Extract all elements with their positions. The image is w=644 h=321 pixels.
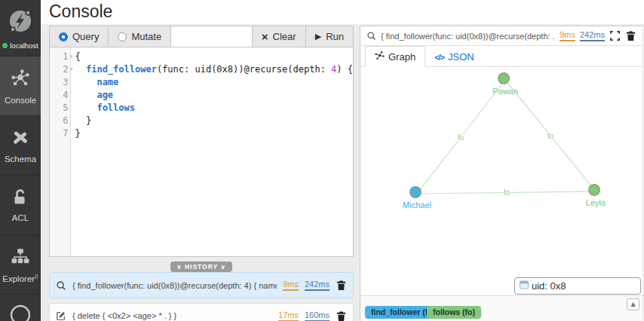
query-panel: Query Mutate × Clear ▶ Run 1▾ 2▾ 3 4 5: [49, 26, 354, 257]
connected-dot-icon: [2, 43, 8, 48]
lock-open-icon: [11, 188, 29, 209]
code-line: follows: [75, 102, 353, 115]
circle-icon: [9, 301, 32, 321]
server-latency: 9ms: [560, 30, 575, 41]
header: [41, 0, 644, 24]
sidebar-item-label: Console: [5, 96, 36, 105]
search-icon: [56, 280, 66, 291]
fold-arrow-icon[interactable]: ▾: [70, 63, 73, 76]
selected-node-box[interactable]: uid: 0x8: [514, 277, 641, 295]
edge-label: fo: [504, 188, 511, 197]
page-title: Console: [49, 2, 112, 22]
code-line: age: [75, 89, 353, 102]
node-label: Michael: [383, 200, 451, 209]
sidebar-item-schema[interactable]: Schema: [0, 115, 41, 175]
fullscreen-icon[interactable]: [609, 30, 621, 41]
code-line: name: [75, 76, 353, 89]
clear-x-icon: ×: [262, 31, 268, 42]
sidebar-item-acl[interactable]: ACL: [0, 175, 41, 234]
clear-button-label: Clear: [273, 31, 296, 42]
query-toolbar: Query Mutate × Clear ▶ Run: [50, 26, 353, 47]
sidebar-item-console[interactable]: Console: [0, 56, 41, 115]
code-area[interactable]: { find_follower(func: uid(0x8))@recurse(…: [71, 47, 353, 256]
run-button-label: Run: [326, 31, 344, 42]
graph-edges: fo fo fo: [360, 67, 642, 295]
legend-follows[interactable]: follows (fo): [427, 306, 481, 319]
fold-arrow-icon[interactable]: ▾: [70, 50, 73, 63]
line-number: 2▾: [50, 63, 70, 76]
sidebar-item-more[interactable]: [0, 294, 41, 321]
code-brackets-icon: </>: [434, 53, 444, 62]
legend-find-follower[interactable]: find_follower (f): [365, 306, 437, 319]
node-card-icon: [519, 280, 529, 292]
graph-hub-icon: [10, 68, 31, 92]
tab-graph[interactable]: Graph: [365, 46, 425, 67]
beta-badge: β: [35, 273, 38, 280]
tab-json[interactable]: </> JSON: [425, 47, 483, 66]
run-play-icon: ▶: [315, 32, 321, 41]
server-latency: 17ms: [278, 310, 299, 321]
mutate-tab[interactable]: Mutate: [109, 26, 171, 47]
history-item[interactable]: { delete { <0x2> <age> * . } } 17ms 160m…: [49, 303, 354, 321]
sidebar: localhost: [0, 0, 41, 321]
server-latency: 9ms: [283, 280, 299, 291]
graph-node-leyla[interactable]: [588, 184, 600, 196]
clear-button[interactable]: × Clear: [252, 26, 305, 47]
total-latency: 242ms: [305, 280, 330, 291]
history-toggle[interactable]: ∨ HISTORY ∨: [170, 261, 232, 272]
total-latency: 242ms: [580, 30, 605, 41]
selected-node-value: uid: 0x8: [532, 280, 566, 292]
sidebar-item-label: Schema: [5, 154, 36, 164]
code-line: {: [75, 50, 353, 63]
query-tab[interactable]: Query: [50, 26, 109, 47]
trash-icon[interactable]: [625, 30, 636, 41]
code-line: }: [75, 115, 353, 127]
code-line: find_follower(func: uid(0x8))@recurse(de…: [75, 63, 353, 76]
collapse-button[interactable]: ▲: [627, 298, 639, 310]
dgraph-logo[interactable]: [0, 0, 41, 38]
connection-label: localhost: [10, 41, 38, 50]
history-query-text: { find_follower(func: uid(0x8))@recurse(…: [72, 281, 277, 290]
node-label: Pawan: [471, 87, 539, 96]
line-number: 5: [50, 102, 70, 115]
graph-node-michael[interactable]: [409, 186, 422, 198]
tab-json-label: JSON: [448, 51, 474, 63]
ratel-console-app: Console localhost: [0, 0, 644, 321]
code-line: }: [75, 127, 353, 140]
radio-selected-icon: [59, 32, 68, 41]
result-header: { find_follower(func: uid(0x8))@recurse(…: [360, 26, 642, 46]
graph-molecule-icon: [375, 50, 385, 63]
sitemap-icon: [11, 246, 30, 269]
line-number: 1▾: [50, 50, 70, 63]
edge-label: fo: [458, 133, 465, 142]
graph-canvas[interactable]: fo fo fo Pawan Michael Leyla uid: 0x8: [360, 67, 642, 295]
dgraph-logo-icon: [5, 5, 35, 38]
query-tab-label: Query: [72, 31, 99, 42]
graph-node-pawan[interactable]: [498, 72, 510, 84]
trash-icon[interactable]: [336, 310, 347, 321]
node-label: Leyla: [562, 198, 630, 207]
total-latency: 160ms: [305, 310, 330, 321]
history-query-text: { delete { <0x2> <age> * . } }: [72, 311, 272, 320]
search-icon: [366, 31, 376, 41]
edge-label: fo: [547, 132, 554, 140]
history-section: ∨ HISTORY ∨: [49, 258, 354, 272]
sidebar-nav: Console Schema ACL: [0, 56, 41, 294]
connection-status[interactable]: localhost: [0, 41, 41, 56]
run-button[interactable]: ▶ Run: [305, 26, 353, 47]
history-item[interactable]: { find_follower(func: uid(0x8))@recurse(…: [49, 272, 354, 298]
mutate-tab-label: Mutate: [131, 31, 161, 42]
line-number: 4: [50, 89, 70, 102]
sidebar-item-label: Explorerβ: [2, 273, 38, 283]
code-editor[interactable]: 1▾ 2▾ 3 4 5 6 7 { find_follower(func: ui…: [50, 47, 353, 256]
radio-unselected-icon: [118, 32, 127, 41]
edit-icon: [56, 310, 66, 321]
tab-graph-label: Graph: [388, 51, 416, 63]
sidebar-item-explorer[interactable]: Explorerβ: [0, 234, 41, 294]
line-number: 7: [50, 127, 70, 140]
sidebar-item-label: ACL: [12, 213, 29, 222]
trash-icon[interactable]: [336, 280, 347, 291]
editor-gutter: 1▾ 2▾ 3 4 5 6 7: [50, 47, 71, 256]
result-panel: { find_follower(func: uid(0x8))@recurse(…: [360, 26, 642, 321]
line-number: 6: [50, 115, 70, 127]
